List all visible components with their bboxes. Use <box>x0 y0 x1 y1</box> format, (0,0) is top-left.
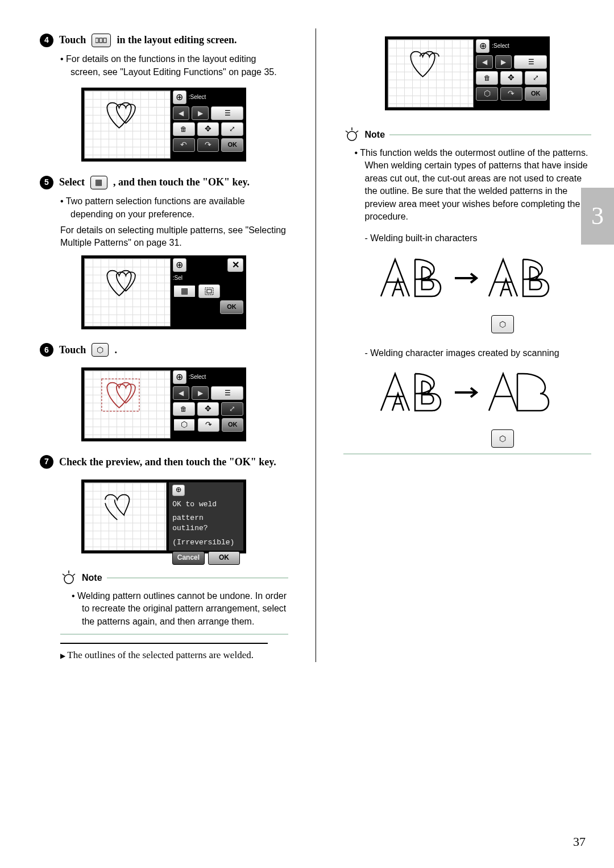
delete-button[interactable] <box>476 71 498 85</box>
screen-layout-editing: :Select <box>81 88 246 162</box>
weld-button[interactable] <box>476 87 498 101</box>
result-text: The outlines of the selected patterns ar… <box>60 648 288 662</box>
next-button[interactable] <box>495 55 512 69</box>
note-title: Note <box>82 572 102 584</box>
screen-weld-ready: :Select <box>81 367 246 441</box>
step-6-suffix: . <box>114 343 117 357</box>
select-all-button[interactable] <box>198 284 221 298</box>
move-button[interactable] <box>500 71 522 85</box>
next-button[interactable] <box>192 386 209 400</box>
step-number-5: 5 <box>40 176 53 189</box>
svg-rect-3 <box>205 288 213 295</box>
weld-button[interactable] <box>173 418 196 432</box>
zoom-icon[interactable] <box>173 90 186 104</box>
zoom-icon[interactable] <box>172 485 185 496</box>
step-4-heading: 4 Touch in the layout editing screen. <box>40 33 288 47</box>
step-4-suffix: in the layout editing screen. <box>117 33 237 47</box>
close-button[interactable] <box>227 258 243 272</box>
dialog-line-2: pattern outline? <box>172 513 240 534</box>
select-label: :Select <box>189 93 206 101</box>
step-5-detail-1: Two pattern selection functions are avai… <box>60 195 288 221</box>
step-7-heading: 7 Check the preview, and then touch the … <box>40 455 288 469</box>
mat-preview <box>388 39 474 108</box>
page-number: 37 <box>573 833 586 851</box>
illustration-scanned <box>375 365 557 422</box>
dialog-line-3: (Irreversible) <box>172 538 240 548</box>
select-label: :Select <box>189 373 206 381</box>
step-4-prefix: Touch <box>59 33 86 47</box>
step-6-heading: 6 Touch . <box>40 343 288 357</box>
ok-button[interactable]: OK <box>208 551 240 565</box>
step-number-6: 6 <box>40 343 53 357</box>
note-text: Welding pattern outlines cannot be undon… <box>72 590 288 628</box>
note-right: Note This function welds the outermost o… <box>343 126 592 454</box>
tip-icon <box>60 569 77 586</box>
mat-preview <box>84 482 167 551</box>
svg-line-13 <box>356 131 358 133</box>
cancel-button[interactable]: Cancel <box>172 551 205 565</box>
ok-button[interactable]: OK <box>220 300 244 314</box>
step-5-suffix: , and then touch the "OK" key. <box>113 175 250 189</box>
prev-button[interactable] <box>476 55 493 69</box>
svg-point-6 <box>64 574 73 584</box>
weld-icon <box>92 343 109 357</box>
step-5-detail-2: For details on selecting multiple patter… <box>60 224 288 250</box>
step-4-detail: For details on the functions in the layo… <box>60 53 288 78</box>
move-button[interactable] <box>197 122 219 136</box>
prev-button[interactable] <box>173 386 190 400</box>
svg-rect-4 <box>207 290 211 293</box>
ok-button[interactable]: OK <box>221 138 243 152</box>
svg-line-12 <box>346 131 348 133</box>
svg-rect-1 <box>99 38 102 43</box>
undo-button[interactable] <box>173 138 195 152</box>
zoom-icon[interactable] <box>173 258 186 272</box>
multi-select-button[interactable] <box>514 55 546 69</box>
note-left: Note Welding pattern outlines cannot be … <box>60 569 288 635</box>
next-button[interactable] <box>192 106 209 120</box>
chapter-tab: 3 <box>581 188 614 245</box>
svg-rect-2 <box>103 38 106 43</box>
delete-button[interactable] <box>173 402 195 416</box>
note-text: This function welds the outermost outlin… <box>355 147 592 223</box>
step-6-prefix: Touch <box>59 343 86 357</box>
note-sub-2: Welding character images created by scan… <box>365 347 592 359</box>
delete-button[interactable] <box>173 122 195 136</box>
dialog-line-1: OK to weld <box>172 499 240 510</box>
multi-select-button[interactable] <box>211 106 243 120</box>
note-sub-1: Welding built-in characters <box>365 232 592 245</box>
zoom-icon[interactable] <box>476 39 489 53</box>
prev-button[interactable] <box>173 106 190 120</box>
mat-preview <box>84 90 170 159</box>
resize-button[interactable] <box>525 71 547 85</box>
redo-button[interactable] <box>197 138 219 152</box>
zoom-icon[interactable] <box>173 370 186 384</box>
step-5-heading: 5 Select , and then touch the "OK" key. <box>40 175 288 189</box>
weld-icon <box>491 429 514 448</box>
screen-weld-confirm: OK to weld pattern outline? (Irreversibl… <box>81 480 246 553</box>
rect-select-button[interactable] <box>173 284 196 298</box>
group-button[interactable] <box>500 87 522 101</box>
step-number-4: 4 <box>40 34 53 47</box>
divider <box>60 643 268 644</box>
step-7-text: Check the preview, and then touch the "O… <box>59 455 288 469</box>
illustration-builtin <box>375 251 557 308</box>
svg-point-10 <box>347 131 356 140</box>
group-button[interactable] <box>198 418 219 432</box>
multi-select-button[interactable] <box>211 386 243 400</box>
svg-line-8 <box>63 574 65 576</box>
right-column: :Select <box>343 28 592 662</box>
resize-button[interactable] <box>221 122 243 136</box>
column-divider <box>316 28 316 662</box>
move-button[interactable] <box>197 402 219 416</box>
step-number-7: 7 <box>40 455 53 469</box>
select-all-icon <box>90 176 107 189</box>
ok-button[interactable]: OK <box>222 418 243 432</box>
screen-multi-select: :Sel OK <box>81 255 246 329</box>
left-column: 4 Touch in the layout editing screen. Fo… <box>40 28 288 662</box>
screen-weld-result: :Select <box>385 36 550 110</box>
resize-button[interactable] <box>221 402 243 416</box>
mat-preview <box>84 370 170 439</box>
mat-preview <box>84 258 170 326</box>
svg-rect-0 <box>96 38 98 43</box>
ok-button[interactable]: OK <box>525 87 547 101</box>
